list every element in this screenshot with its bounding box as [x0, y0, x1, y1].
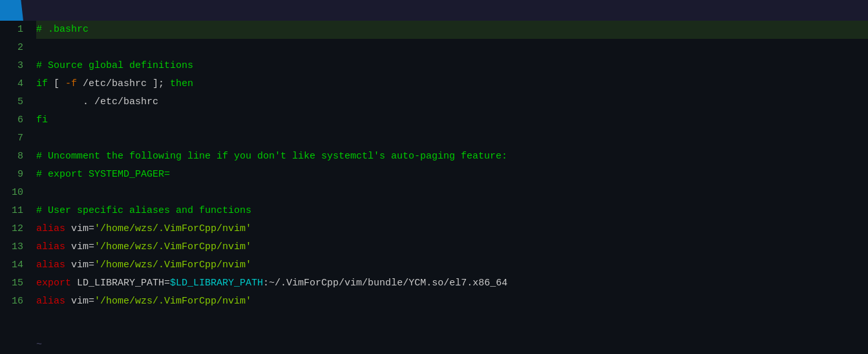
content-area: 12345678910111213141516 # .bashrc # Sour… [0, 21, 868, 336]
line-number-15: 15 [0, 274, 23, 293]
line-number-2: 2 [0, 39, 23, 57]
line-number-8: 8 [0, 148, 23, 166]
code-line-13: alias vim='/home/wzs/.VimForCpp/nvim' [36, 238, 868, 256]
line-number-9: 9 [0, 166, 23, 184]
code-line-2 [36, 39, 868, 57]
editor-container: 12345678910111213141516 # .bashrc # Sour… [0, 0, 868, 354]
line-number-13: 13 [0, 238, 23, 256]
line-number-11: 11 [0, 202, 23, 220]
line-number-6: 6 [0, 111, 23, 129]
tilde-area: ~ [0, 336, 868, 354]
code-line-1: # .bashrc [36, 21, 868, 39]
code-line-12: alias vim='/home/wzs/.VimForCpp/nvim' [36, 220, 868, 238]
line-numbers: 12345678910111213141516 [0, 21, 31, 336]
active-tab[interactable] [0, 0, 23, 21]
line-number-12: 12 [0, 220, 23, 238]
code-line-15: export LD_LIBRARY_PATH=$LD_LIBRARY_PATH:… [36, 274, 868, 293]
line-number-16: 16 [0, 293, 23, 311]
code-line-9: # export SYSTEMD_PAGER= [36, 166, 868, 184]
code-line-6: fi [36, 111, 868, 129]
code-line-16: alias vim='/home/wzs/.VimForCpp/nvim' [36, 293, 868, 311]
line-number-10: 10 [0, 184, 23, 202]
code-line-10 [36, 184, 868, 202]
line-number-14: 14 [0, 256, 23, 274]
line-number-4: 4 [0, 75, 23, 93]
line-number-1: 1 [0, 21, 23, 39]
line-number-3: 3 [0, 57, 23, 75]
code-line-3: # Source global definitions [36, 57, 868, 75]
line-number-5: 5 [0, 93, 23, 111]
code-line-7 [36, 129, 868, 148]
code-line-11: # User specific aliases and functions [36, 202, 868, 220]
code-line-8: # Uncomment the following line if you do… [36, 148, 868, 166]
tab-bar [0, 0, 868, 21]
code-area[interactable]: # .bashrc # Source global definitionsif … [31, 21, 868, 336]
code-line-4: if [ -f /etc/bashrc ]; then [36, 75, 868, 93]
code-line-14: alias vim='/home/wzs/.VimForCpp/nvim' [36, 256, 868, 274]
line-number-7: 7 [0, 129, 23, 148]
code-line-5: . /etc/bashrc [36, 93, 868, 111]
